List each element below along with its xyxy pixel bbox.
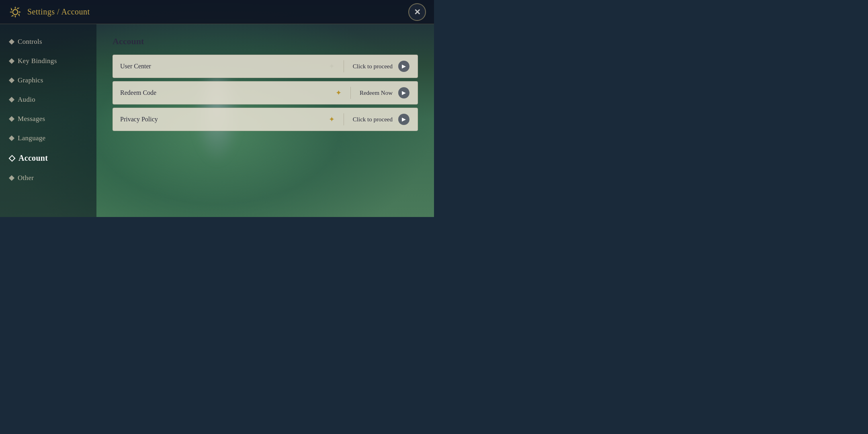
redeem-code-right: ✦ Redeem Now ▶ <box>336 87 409 99</box>
sidebar-item-label: Audio <box>18 96 35 104</box>
sidebar-item-audio[interactable]: Audio <box>0 90 96 109</box>
sidebar: Controls Key Bindings Graphics Audio Mes… <box>0 24 96 217</box>
header-bar: Settings / Account ✕ <box>0 0 434 24</box>
row-divider <box>344 113 344 125</box>
section-title: Account <box>113 36 418 47</box>
sidebar-item-label: Controls <box>18 38 42 46</box>
redeem-code-row[interactable]: Redeem Code ✦ Redeem Now ▶ <box>113 81 418 104</box>
sidebar-item-language[interactable]: Language <box>0 129 96 148</box>
arrow-right-icon: ▶ <box>398 87 409 98</box>
sidebar-item-messages[interactable]: Messages <box>0 109 96 129</box>
sidebar-item-label: Graphics <box>18 76 43 84</box>
diamond-icon <box>9 175 14 181</box>
sidebar-item-label: Key Bindings <box>18 57 57 65</box>
diamond-icon <box>9 58 14 64</box>
close-icon: ✕ <box>414 7 421 17</box>
diamond-icon <box>9 78 14 83</box>
diamond-icon <box>9 116 14 122</box>
arrow-right-icon: ▶ <box>398 61 409 72</box>
redeem-code-action-label: Redeem Now <box>360 90 393 96</box>
row-divider <box>350 87 351 99</box>
row-divider <box>344 60 344 72</box>
sidebar-item-other[interactable]: Other <box>0 168 96 188</box>
svg-point-0 <box>13 9 18 14</box>
sidebar-item-label: Messages <box>18 115 45 123</box>
user-center-label: User Center <box>120 63 151 70</box>
redeem-code-label: Redeem Code <box>120 89 156 96</box>
privacy-policy-row[interactable]: Privacy Policy ✦ Click to proceed ▶ <box>113 108 418 131</box>
sidebar-item-graphics[interactable]: Graphics <box>0 71 96 90</box>
sidebar-item-key-bindings[interactable]: Key Bindings <box>0 51 96 71</box>
sidebar-item-label: Language <box>18 134 45 142</box>
active-diamond-icon <box>9 155 16 162</box>
privacy-policy-right: ✦ Click to proceed ▶ <box>329 113 409 125</box>
sparkle-gold-icon-2: ✦ <box>329 115 335 124</box>
user-center-action-label: Click to proceed <box>353 63 393 70</box>
privacy-policy-label: Privacy Policy <box>120 116 158 123</box>
header-left: Settings / Account <box>8 5 90 19</box>
sidebar-item-account[interactable]: Account <box>0 148 96 168</box>
user-center-row[interactable]: User Center ✦ Click to proceed ▶ <box>113 55 418 78</box>
gear-icon <box>8 5 23 19</box>
privacy-policy-action-label: Click to proceed <box>353 116 393 123</box>
sparkle-gold-icon: ✦ <box>336 88 342 97</box>
sparkle-icon: ✦ <box>329 62 335 71</box>
arrow-right-icon: ▶ <box>398 114 409 125</box>
diamond-icon <box>9 135 14 141</box>
sidebar-item-label: Account <box>18 154 48 163</box>
sidebar-item-controls[interactable]: Controls <box>0 32 96 51</box>
main-content: Account User Center ✦ Click to proceed ▶… <box>96 24 434 217</box>
diamond-icon <box>9 97 14 102</box>
close-button[interactable]: ✕ <box>408 3 426 21</box>
diamond-icon <box>9 39 14 45</box>
sidebar-item-label: Other <box>18 174 34 182</box>
user-center-right: ✦ Click to proceed ▶ <box>329 60 409 72</box>
header-title: Settings / Account <box>27 7 90 16</box>
